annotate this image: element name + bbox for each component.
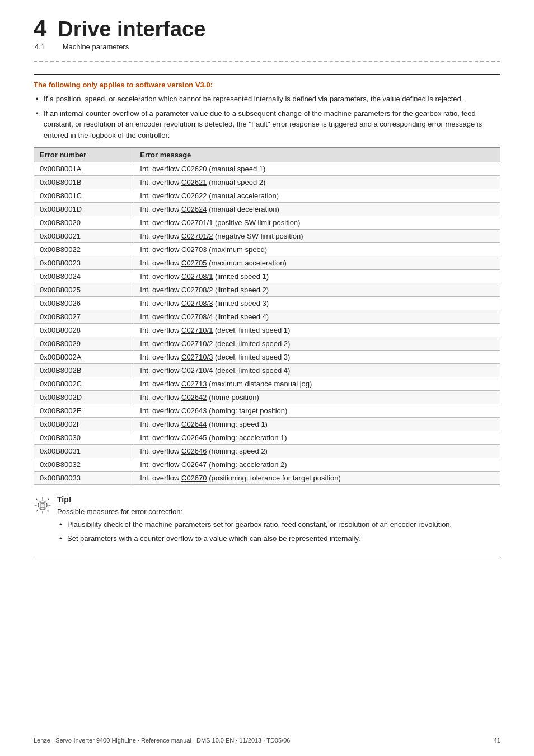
error-number-cell: 0x00B8001B xyxy=(34,176,134,189)
tip-intro: Possible measures for error correction: xyxy=(57,507,452,516)
tip-icon xyxy=(34,496,51,514)
code-link[interactable]: C02710/1 xyxy=(181,326,213,334)
code-link[interactable]: C02708/4 xyxy=(181,312,213,321)
error-number-cell: 0x00B8002B xyxy=(34,364,134,377)
code-link[interactable]: C02624 xyxy=(181,205,207,213)
error-number-cell: 0x00B8002F xyxy=(34,418,134,431)
error-number-cell: 0x00B8002D xyxy=(34,391,134,404)
table-row: 0x00B80024Int. overflow C02708/1 (limite… xyxy=(34,270,500,283)
svg-line-7 xyxy=(36,510,38,512)
table-row: 0x00B80028Int. overflow C02710/1 (decel.… xyxy=(34,324,500,337)
table-row: 0x00B80030Int. overflow C02645 (homing: … xyxy=(34,431,500,445)
code-link[interactable]: C02622 xyxy=(181,192,207,200)
error-message-cell: Int. overflow C02710/1 (decel. limited s… xyxy=(134,324,500,337)
tip-bullets: Plausibility check of the machine parame… xyxy=(57,519,452,544)
error-message-cell: Int. overflow C02670 (positioning: toler… xyxy=(134,472,500,485)
error-number-cell: 0x00B80032 xyxy=(34,458,134,472)
error-message-cell: Int. overflow C02710/2 (decel. limited s… xyxy=(134,337,500,351)
error-number-cell: 0x00B80026 xyxy=(34,297,134,310)
code-link[interactable]: C02647 xyxy=(181,460,207,469)
error-message-cell: Int. overflow C02701/2 (negative SW limi… xyxy=(134,230,500,243)
error-message-cell: Int. overflow C02622 (manual acceleratio… xyxy=(134,189,500,203)
code-link[interactable]: C02701/1 xyxy=(181,218,213,227)
table-row: 0x00B8002EInt. overflow C02643 (homing: … xyxy=(34,404,500,418)
code-link[interactable]: C02705 xyxy=(181,259,207,267)
table-row: 0x00B80026Int. overflow C02708/3 (limite… xyxy=(34,297,500,310)
code-link[interactable]: C02710/4 xyxy=(181,366,213,375)
code-link[interactable]: C02620 xyxy=(181,165,207,173)
table-row: 0x00B8002BInt. overflow C02710/4 (decel.… xyxy=(34,364,500,377)
page-footer: Lenze · Servo-Inverter 9400 HighLine · R… xyxy=(34,737,500,744)
table-row: 0x00B80020Int. overflow C02701/1 (positi… xyxy=(34,216,500,230)
sub-title: Machine parameters xyxy=(63,43,129,51)
table-row: 0x00B80031Int. overflow C02646 (homing: … xyxy=(34,445,500,458)
dashed-separator xyxy=(34,61,500,62)
error-number-cell: 0x00B80031 xyxy=(34,445,134,458)
error-message-cell: Int. overflow C02646 (homing: speed 2) xyxy=(134,445,500,458)
table-row: 0x00B80025Int. overflow C02708/2 (limite… xyxy=(34,283,500,297)
error-message-cell: Int. overflow C02710/3 (decel. limited s… xyxy=(134,351,500,364)
code-link[interactable]: C02703 xyxy=(181,245,207,254)
table-row: 0x00B80021Int. overflow C02701/2 (negati… xyxy=(34,230,500,243)
code-link[interactable]: C02701/2 xyxy=(181,232,213,240)
code-link[interactable]: C02708/1 xyxy=(181,272,213,281)
table-row: 0x00B8002DInt. overflow C02642 (home pos… xyxy=(34,391,500,404)
error-number-cell: 0x00B80020 xyxy=(34,216,134,230)
sub-number: 4.1 xyxy=(35,43,45,51)
error-message-cell: Int. overflow C02708/1 (limited speed 1) xyxy=(134,270,500,283)
code-link[interactable]: C02713 xyxy=(181,380,207,388)
code-link[interactable]: C02642 xyxy=(181,393,207,402)
table-row: 0x00B80023Int. overflow C02705 (maximum … xyxy=(34,256,500,270)
error-table: Error number Error message 0x00B8001AInt… xyxy=(34,147,500,485)
table-row: 0x00B8001BInt. overflow C02621 (manual s… xyxy=(34,176,500,189)
tip-bullet-1: Plausibility check of the machine parame… xyxy=(57,519,452,530)
table-row: 0x00B8002FInt. overflow C02644 (homing: … xyxy=(34,418,500,431)
table-row: 0x00B8001DInt. overflow C02624 (manual d… xyxy=(34,203,500,216)
code-link[interactable]: C02645 xyxy=(181,433,207,442)
tip-box: Tip! Possible measures for error correct… xyxy=(34,495,500,547)
error-number-cell: 0x00B8001D xyxy=(34,203,134,216)
tip-content: Tip! Possible measures for error correct… xyxy=(57,495,452,547)
section-note-bullet-2: If an internal counter overflow of a par… xyxy=(34,108,500,141)
page-container: 4 Drive interface 4.1 Machine parameters… xyxy=(0,0,534,756)
table-row: 0x00B8002CInt. overflow C02713 (maximum … xyxy=(34,377,500,391)
error-number-cell: 0x00B8002E xyxy=(34,404,134,418)
section-note: The following only applies to software v… xyxy=(34,74,500,485)
table-row: 0x00B80029Int. overflow C02710/2 (decel.… xyxy=(34,337,500,351)
section-note-title: The following only applies to software v… xyxy=(34,81,500,89)
code-link[interactable]: C02643 xyxy=(181,407,207,415)
error-number-cell: 0x00B8002C xyxy=(34,377,134,391)
code-link[interactable]: C02670 xyxy=(181,474,207,482)
svg-line-4 xyxy=(36,498,38,500)
bottom-rule xyxy=(34,558,500,558)
error-number-cell: 0x00B80022 xyxy=(34,243,134,256)
tip-bullet-2: Set parameters with a counter overflow t… xyxy=(57,533,452,544)
error-number-cell: 0x00B80027 xyxy=(34,310,134,324)
code-link[interactable]: C02644 xyxy=(181,420,207,428)
error-message-cell: Int. overflow C02710/4 (decel. limited s… xyxy=(134,364,500,377)
error-message-cell: Int. overflow C02713 (maximum distance m… xyxy=(134,377,500,391)
table-row: 0x00B80022Int. overflow C02703 (maximum … xyxy=(34,243,500,256)
error-number-cell: 0x00B8001A xyxy=(34,162,134,176)
code-link[interactable]: C02710/3 xyxy=(181,353,213,361)
code-link[interactable]: C02710/2 xyxy=(181,339,213,348)
code-link[interactable]: C02708/2 xyxy=(181,286,213,294)
error-number-cell: 0x00B8001C xyxy=(34,189,134,203)
page-header: 4 Drive interface xyxy=(34,17,500,40)
tip-title: Tip! xyxy=(57,495,452,504)
table-row: 0x00B80027Int. overflow C02708/4 (limite… xyxy=(34,310,500,324)
footer-right: 41 xyxy=(494,737,500,744)
section-note-bullet-1: If a position, speed, or acceleration wh… xyxy=(34,94,500,105)
code-link[interactable]: C02621 xyxy=(181,178,207,186)
error-message-cell: Int. overflow C02708/3 (limited speed 3) xyxy=(134,297,500,310)
error-message-cell: Int. overflow C02705 (maximum accelerati… xyxy=(134,256,500,270)
error-number-cell: 0x00B8002A xyxy=(34,351,134,364)
error-message-cell: Int. overflow C02703 (maximum speed) xyxy=(134,243,500,256)
error-message-cell: Int. overflow C02645 (homing: accelerati… xyxy=(134,431,500,445)
svg-line-5 xyxy=(48,510,49,512)
col-error-message: Error message xyxy=(134,148,500,162)
code-link[interactable]: C02708/3 xyxy=(181,299,213,307)
table-row: 0x00B8001CInt. overflow C02622 (manual a… xyxy=(34,189,500,203)
code-link[interactable]: C02646 xyxy=(181,447,207,455)
table-row: 0x00B80033Int. overflow C02670 (position… xyxy=(34,472,500,485)
